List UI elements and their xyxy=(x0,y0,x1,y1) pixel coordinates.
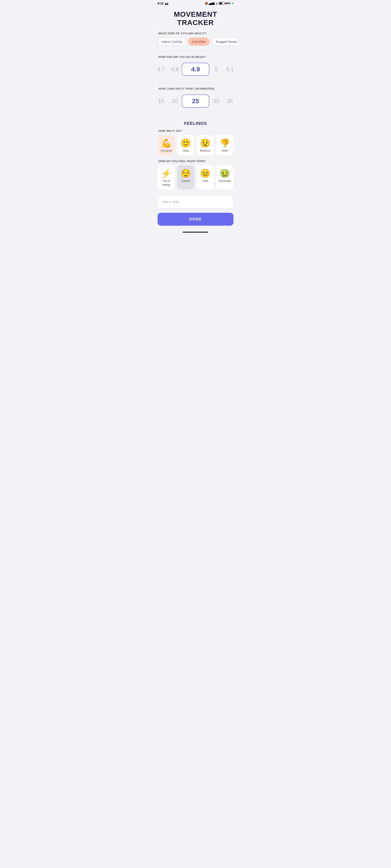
miles-section-label: HOW FAR DID YOU GO IN MILES? xyxy=(154,55,237,61)
very-good-label: Very good xyxy=(160,149,172,152)
feel-right-now-label: HOW DO YOU FEEL RIGHT NOW? xyxy=(154,160,237,165)
feeling-card-full-energy[interactable]: ⚡ Full of energy xyxy=(157,165,175,189)
feeling-card-very-good[interactable]: 💪 Very good xyxy=(157,135,175,155)
feeling-card-mediocre[interactable]: 😟 Mediocre xyxy=(197,135,214,155)
status-bar: 9:13 📷 🔕 ▄▅▆ ▲ 66% xyxy=(154,0,237,6)
very-good-emoji: 💪 xyxy=(160,139,173,147)
feeling-card-awful[interactable]: 👎 Awful xyxy=(216,135,234,155)
status-right: 🔕 ▄▅▆ ▲ 66% xyxy=(205,2,234,5)
app-title: MOVEMENT TRACKER xyxy=(154,6,237,32)
minutes-item-3[interactable]: 30 xyxy=(209,96,223,106)
home-indicator xyxy=(154,230,237,236)
content-label: Content xyxy=(181,180,190,182)
note-placeholder: Add a note xyxy=(162,200,179,204)
feeling-card-content[interactable]: 😌 Content xyxy=(177,165,194,189)
tired-emoji: 😐 xyxy=(199,169,212,178)
wifi-icon: ▲ xyxy=(215,2,218,5)
feeling-card-exhausted[interactable]: 🤢 Exhausted xyxy=(216,165,234,189)
full-energy-emoji: ⚡ xyxy=(160,169,173,178)
full-energy-label: Full of energy xyxy=(162,180,170,186)
chip-indoor[interactable]: Indoor Cycling xyxy=(157,37,186,46)
miles-item-3[interactable]: 5 xyxy=(209,64,223,75)
feelings-title: FEELINGS xyxy=(154,119,237,129)
tired-label: Tired xyxy=(203,180,208,182)
minutes-item-0[interactable]: 15 xyxy=(154,96,168,106)
minutes-item-4[interactable]: 35 xyxy=(223,96,237,106)
exhausted-label: Exhausted xyxy=(219,180,231,182)
status-left: 9:13 📷 xyxy=(157,2,168,5)
exhausted-emoji: 🤢 xyxy=(218,169,231,178)
home-bar xyxy=(183,231,208,233)
camera-icon: 📷 xyxy=(165,2,168,5)
note-area[interactable]: Add a note xyxy=(157,195,234,209)
miles-scroller-row: 4.7 4.8 4.9 5 5.1 xyxy=(154,61,237,78)
how-did-it-go-cards: 💪 Very good 🙂 Okay 😟 Mediocre 👎 Awful xyxy=(154,135,237,160)
miles-item-1[interactable]: 4.8 xyxy=(168,64,182,75)
mediocre-emoji: 😟 xyxy=(199,139,212,147)
awful-emoji: 👎 xyxy=(218,139,231,147)
feel-right-now-cards: ⚡ Full of energy 😌 Content 😐 Tired 🤢 Exh… xyxy=(154,165,237,194)
feeling-card-okay[interactable]: 🙂 Okay xyxy=(177,135,194,155)
miles-scroller: 4.7 4.8 4.9 5 5.1 xyxy=(154,61,237,83)
time: 9:13 xyxy=(157,2,163,5)
battery-percent: 66% xyxy=(225,2,231,5)
battery-icon xyxy=(219,2,224,5)
mute-icon: 🔕 xyxy=(205,2,208,5)
minutes-item-1[interactable]: 20 xyxy=(168,96,182,106)
okay-emoji: 🙂 xyxy=(179,139,192,147)
mediocre-label: Mediocre xyxy=(200,149,210,152)
chip-rugged[interactable]: Rugged Terrain xyxy=(212,37,237,46)
miles-item-2-active[interactable]: 4.9 xyxy=(182,63,209,76)
feeling-card-tired[interactable]: 😐 Tired xyxy=(197,165,214,189)
battery-dot xyxy=(232,3,234,4)
miles-item-4[interactable]: 5.1 xyxy=(223,64,237,75)
minutes-scroller: 15 20 25 30 35 xyxy=(154,93,237,115)
cycling-section-label: WHAT KIND OF CYCLING WAS IT? xyxy=(154,32,237,37)
how-did-it-go-label: HOW DID IT GO? xyxy=(154,129,237,135)
awful-label: Awful xyxy=(221,149,228,152)
minutes-item-2-active[interactable]: 25 xyxy=(182,94,209,107)
chip-city[interactable]: City Bike xyxy=(188,37,210,46)
main-content: MOVEMENT TRACKER WHAT KIND OF CYCLING WA… xyxy=(154,6,237,240)
content-emoji: 😌 xyxy=(179,169,192,178)
minutes-scroller-row: 15 20 25 30 35 xyxy=(154,93,237,110)
done-button[interactable]: DONE xyxy=(157,213,234,226)
divider-1 xyxy=(154,51,237,51)
okay-label: Okay xyxy=(183,149,189,152)
cycling-chips-container: Indoor Cycling City Bike Rugged Terrain … xyxy=(154,37,237,51)
divider-2 xyxy=(154,83,237,83)
minutes-section-label: HOW LONG DID IT TAKE? (IN MINUTES) xyxy=(154,87,237,93)
miles-item-0[interactable]: 4.7 xyxy=(154,64,168,75)
signal-icon: ▄▅▆ xyxy=(209,2,215,5)
